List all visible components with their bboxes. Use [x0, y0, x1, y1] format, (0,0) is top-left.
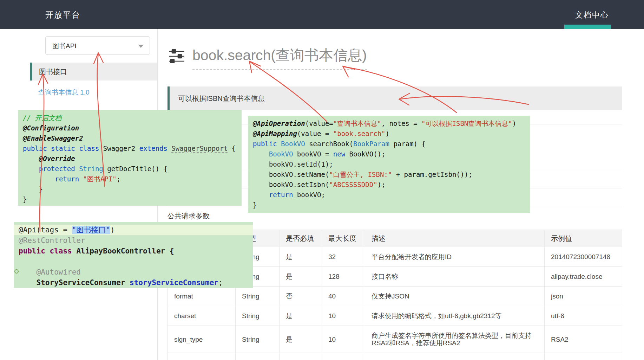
param-cell-desc: 商户生成签名字符串所使用的签名算法类型，目前支持RSA2和RSA，推荐使用RSA…: [365, 326, 545, 353]
param-cell-name: charset: [168, 306, 236, 326]
section-title-public-params: 公共请求参数: [167, 211, 210, 221]
param-cell-max_length: 128: [322, 267, 365, 287]
param-cell-max_length: 40: [322, 287, 365, 306]
nav-doc-center[interactable]: 文档中心: [575, 10, 609, 20]
column-header: 是否必填: [280, 230, 322, 247]
brand-title[interactable]: 开放平台: [45, 9, 80, 20]
param-cell-type: String: [236, 326, 280, 353]
param-cell-required: 是: [280, 267, 322, 287]
param-cell-required: 是: [280, 306, 322, 326]
top-navbar: 开放平台 文档中心: [0, 0, 644, 29]
param-cell-required: 否: [280, 287, 322, 306]
param-cell-desc: 接口名称: [365, 267, 545, 287]
param-cell-name: format: [168, 287, 236, 306]
chevron-down-icon: [138, 45, 144, 48]
param-cell-max_length: 10: [322, 306, 365, 326]
code-snippet-search-method: @ApiOperation(value="查询书本信息", notes = "可…: [248, 116, 530, 213]
param-cell-max_length: 10: [322, 326, 365, 353]
dropdown-selected-value: 图书API: [52, 41, 77, 51]
column-header: 描述: [365, 230, 545, 247]
info-banner: 可以根据ISBN查询书本信息: [167, 86, 622, 110]
bean-gutter-icon: [14, 269, 19, 274]
api-version-dropdown[interactable]: 图书API: [45, 36, 150, 55]
active-tab-indicator: [564, 25, 611, 29]
param-cell-required: 是: [280, 326, 322, 353]
param-cell-example: alipay.trade.close: [545, 267, 622, 287]
param-row-partial: [168, 353, 622, 360]
param-cell-name: sign_type: [168, 326, 236, 353]
param-cell-desc: 平台分配给开发者的应用ID: [365, 247, 545, 267]
param-cell-example: utf-8: [545, 306, 622, 326]
param-cell-desc: 仅支持JSON: [365, 287, 545, 306]
param-cell-type: String: [236, 306, 280, 326]
param-cell-example: 2014072300007148: [545, 247, 622, 267]
column-header: 示例值: [545, 230, 622, 247]
param-cell-example: RSA2: [545, 326, 622, 353]
info-banner-text: 可以根据ISBN查询书本信息: [178, 94, 265, 103]
app-window: 开放平台 文档中心 图书API 图书接口 查询书本信息 1.0 book.sea…: [0, 0, 644, 360]
code-snippet-swagger-config: // 开启文档@Configuration@EnableSwagger2publ…: [18, 110, 242, 206]
param-cell-desc: 请求使用的编码格式，如utf-8,gbk,gb2312等: [365, 306, 545, 326]
sidebar-item-label: 图书接口: [39, 67, 67, 77]
column-header: 最大长度: [322, 230, 365, 247]
param-cell-max_length: 32: [322, 247, 365, 267]
page-title: book.search(查询书本信息): [192, 46, 367, 70]
param-row: sign_typeString是10商户生成签名字符串所使用的签名算法类型，目前…: [168, 326, 622, 353]
sidebar-item-book-interface[interactable]: 图书接口: [30, 63, 157, 81]
param-cell-example: json: [545, 287, 622, 306]
code-snippet-controller-class: @Api(tags = "图书接口")@RestControllerpublic…: [14, 222, 253, 288]
sidebar-link-search-doc[interactable]: 查询书本信息 1.0: [38, 88, 90, 97]
param-cell-required: 是: [280, 247, 322, 267]
param-row: formatString否40仅支持JSONjson: [168, 287, 622, 306]
param-cell-type: String: [236, 287, 280, 306]
param-row: charsetString是10请求使用的编码格式，如utf-8,gbk,gb2…: [168, 306, 622, 326]
sliders-icon: [169, 49, 185, 63]
